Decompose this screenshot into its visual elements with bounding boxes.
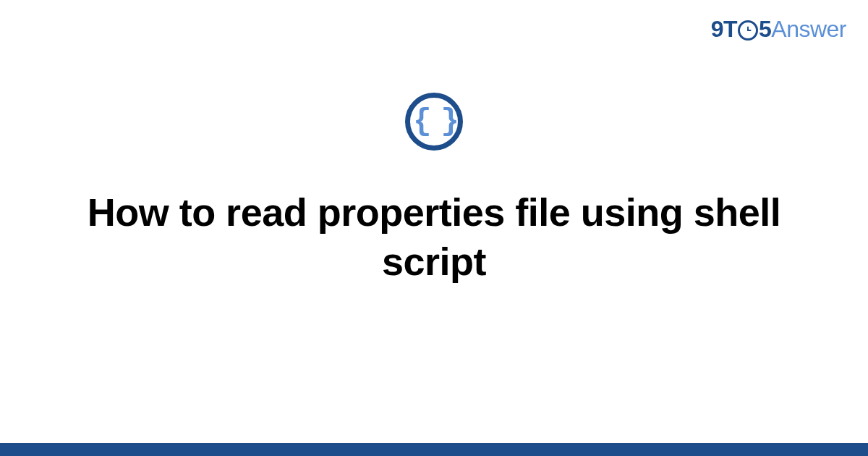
logo-text-5: 5: [759, 16, 771, 43]
page-title: How to read properties file using shell …: [72, 188, 796, 286]
footer-accent-bar: [0, 443, 868, 456]
logo-text-answer: Answer: [771, 16, 846, 43]
code-braces-icon: { }: [405, 93, 463, 151]
clock-icon: [738, 20, 758, 41]
braces-symbol: { }: [413, 106, 455, 137]
site-logo: 9T 5 Answer: [711, 16, 846, 43]
main-content: { } How to read properties file using sh…: [0, 93, 868, 286]
logo-text-9t: 9T: [711, 16, 737, 43]
